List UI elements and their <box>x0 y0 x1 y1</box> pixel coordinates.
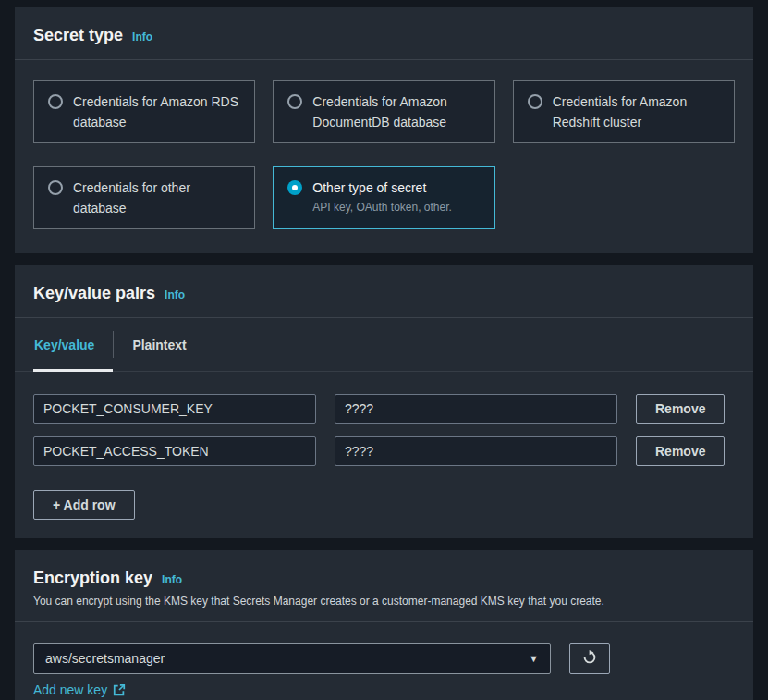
radio-card-label: Credentials for Amazon Redshift cluster <box>553 92 720 132</box>
remove-row-button[interactable]: Remove <box>636 394 725 424</box>
radio-unselected-icon[interactable] <box>528 94 542 109</box>
kms-key-select-value: aws/secretsmanager <box>45 651 165 666</box>
encryption-key-panel: Encryption key Info You can encrypt usin… <box>15 550 753 700</box>
radio-card-documentdb[interactable]: Credentials for Amazon DocumentDB databa… <box>273 80 494 143</box>
radio-card-rds[interactable]: Credentials for Amazon RDS database <box>33 80 255 143</box>
secret-type-options: Credentials for Amazon RDS database Cred… <box>15 60 753 253</box>
radio-selected-icon[interactable] <box>287 180 302 195</box>
kms-key-select[interactable]: aws/secretsmanager ▼ <box>33 643 551 674</box>
value-input[interactable] <box>335 436 617 466</box>
key-value-editor: Remove Remove + Add row <box>15 372 753 538</box>
refresh-keys-button[interactable] <box>569 643 610 674</box>
secret-type-header: Secret type Info <box>15 7 753 60</box>
radio-card-other-secret[interactable]: Other type of secret API key, OAuth toke… <box>273 166 494 229</box>
add-new-key-link[interactable]: Add new key <box>33 682 126 697</box>
encryption-key-header: Encryption key Info You can encrypt usin… <box>15 550 753 622</box>
add-row-button[interactable]: + Add row <box>33 490 135 520</box>
encryption-key-body: aws/secretsmanager ▼ Add new key <box>15 622 753 700</box>
tab-key-value[interactable]: Key/value <box>33 318 113 371</box>
radio-unselected-icon[interactable] <box>287 94 302 109</box>
key-value-row: Remove <box>33 436 735 466</box>
radio-card-label: Other type of secret <box>312 178 452 198</box>
key-value-pairs-title: Key/value pairs <box>33 281 155 305</box>
encryption-key-info-link[interactable]: Info <box>162 573 182 586</box>
radio-card-redshift[interactable]: Credentials for Amazon Redshift cluster <box>513 80 735 143</box>
encryption-key-title: Encryption key <box>33 566 152 590</box>
secret-type-info-link[interactable]: Info <box>132 31 152 43</box>
secret-type-panel: Secret type Info Credentials for Amazon … <box>15 7 753 253</box>
key-value-row: Remove <box>33 394 735 424</box>
key-value-pairs-info-link[interactable]: Info <box>165 289 185 301</box>
secret-type-title: Secret type <box>33 23 123 47</box>
create-secret-form: Secret type Info Credentials for Amazon … <box>0 0 768 700</box>
secret-value-tabs: Key/value Plaintext <box>15 318 753 372</box>
radio-card-description: API key, OAuth token, other. <box>312 200 452 215</box>
radio-card-other-database[interactable]: Credentials for other database <box>33 166 255 229</box>
radio-card-label: Credentials for Amazon DocumentDB databa… <box>312 92 480 132</box>
radio-card-label: Credentials for Amazon RDS database <box>73 92 240 132</box>
refresh-icon <box>582 650 597 668</box>
external-link-icon <box>113 683 126 696</box>
remove-row-button[interactable]: Remove <box>636 436 725 466</box>
key-input[interactable] <box>33 394 316 424</box>
add-new-key-label: Add new key <box>33 682 107 697</box>
chevron-down-icon: ▼ <box>529 654 539 664</box>
empty-grid-cell <box>513 166 735 229</box>
value-input[interactable] <box>335 394 617 424</box>
key-value-pairs-panel: Key/value pairs Info Key/value Plaintext… <box>15 265 753 538</box>
radio-unselected-icon[interactable] <box>48 94 63 109</box>
tab-plaintext[interactable]: Plaintext <box>114 318 204 371</box>
radio-unselected-icon[interactable] <box>48 180 63 195</box>
key-value-pairs-header: Key/value pairs Info <box>15 265 753 318</box>
encryption-key-description: You can encrypt using the KMS key that S… <box>33 593 735 609</box>
radio-card-label: Credentials for other database <box>73 178 240 218</box>
key-input[interactable] <box>33 436 316 466</box>
